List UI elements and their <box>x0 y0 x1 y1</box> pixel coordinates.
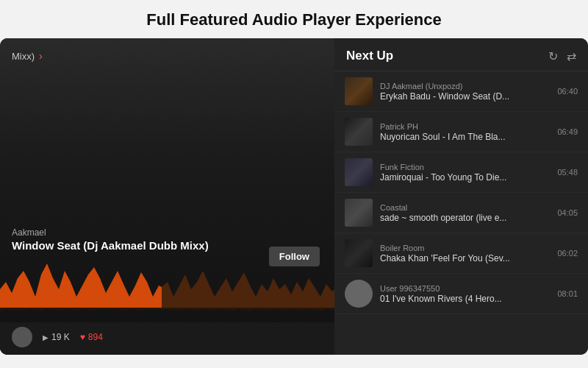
queue-item-artist: Funk Fiction <box>380 163 550 171</box>
queue-item-duration: 06:40 <box>557 87 578 96</box>
queue-item[interactable]: Boiler Room Chaka Khan 'Feel For You (Se… <box>334 233 588 274</box>
queue-item-artist: Patrick PH <box>380 122 550 131</box>
queue-item-info: DJ Aakmael (Unxpozd) Erykah Badu - Windo… <box>380 82 550 102</box>
queue-thumb <box>345 77 373 105</box>
queue-thumb <box>345 158 373 186</box>
queue-item-duration: 04:05 <box>557 208 578 217</box>
queue-item[interactable]: Funk Fiction Jamiroquai - Too Young To D… <box>334 152 588 193</box>
queue-thumb <box>345 239 373 267</box>
queue-item-track: Chaka Khan 'Feel For You (Sev... <box>380 253 550 263</box>
queue-item[interactable]: User 996347550 01 I've Known Rivers (4 H… <box>334 274 588 314</box>
heart-icon: ♥ <box>80 332 85 342</box>
queue-item-info: Funk Fiction Jamiroquai - Too Young To D… <box>380 163 550 183</box>
queue-item-track: Nuyorican Soul - I Am The Bla... <box>380 132 550 142</box>
like-count-value: 894 <box>88 332 103 342</box>
header-icons: ↻ ⇄ <box>548 49 576 63</box>
queue-item-artist: Boiler Room <box>380 244 550 252</box>
queue-item-track: Jamiroquai - Too Young To Die... <box>380 172 550 183</box>
chevron-icon: › <box>39 50 43 62</box>
waveform-area[interactable] <box>0 256 334 322</box>
queue-item-duration: 06:49 <box>557 127 578 136</box>
queue-item[interactable]: Patrick PH Nuyorican Soul - I Am The Bla… <box>334 112 588 152</box>
repeat-icon[interactable]: ↻ <box>548 49 558 63</box>
queue-list[interactable]: DJ Aakmael (Unxpozd) Erykah Badu - Windo… <box>334 71 588 355</box>
like-count: ♥ 894 <box>80 332 103 342</box>
player-left: Mixx) › Follow Aakmael Window Seat (Dj A… <box>0 38 334 355</box>
queue-item-duration: 08:01 <box>557 289 578 298</box>
next-up-header: Next Up ↻ ⇄ <box>334 38 588 71</box>
track-artist: Aakmael <box>12 227 323 238</box>
track-label: Mixx) › <box>12 50 43 62</box>
queue-thumb <box>345 199 373 227</box>
queue-item-info: Patrick PH Nuyorican Soul - I Am The Bla… <box>380 122 550 142</box>
queue-item-track: 01 I've Known Rivers (4 Hero... <box>380 294 550 304</box>
queue-item-info: User 996347550 01 I've Known Rivers (4 H… <box>380 284 550 304</box>
track-label-text: Mixx) <box>12 51 35 62</box>
queue-item-duration: 05:48 <box>557 168 578 177</box>
queue-item-info: Boiler Room Chaka Khan 'Feel For You (Se… <box>380 244 550 263</box>
player-bottom-bar: ▶ 19 K ♥ 894 <box>0 322 334 355</box>
player-container: Mixx) › Follow Aakmael Window Seat (Dj A… <box>0 38 588 355</box>
queue-item[interactable]: DJ Aakmael (Unxpozd) Erykah Badu - Windo… <box>334 71 588 112</box>
queue-item[interactable]: Coastal sade ~ smooth operator (live e..… <box>334 193 588 233</box>
next-up-title: Next Up <box>346 49 393 63</box>
queue-item-track: sade ~ smooth operator (live e... <box>380 213 550 223</box>
queue-item-artist: DJ Aakmael (Unxpozd) <box>380 82 550 91</box>
queue-item-artist: User 996347550 <box>380 284 550 293</box>
queue-item-track: Erykah Badu - Window Seat (D... <box>380 91 550 102</box>
play-icon: ▶ <box>43 333 49 342</box>
queue-thumb <box>345 118 373 146</box>
queue-item-info: Coastal sade ~ smooth operator (live e..… <box>380 203 550 223</box>
page-title: Full Featured Audio Player Experience <box>0 0 588 38</box>
queue-item-artist: Coastal <box>380 203 550 212</box>
queue-thumb <box>345 280 373 308</box>
shuffle-icon[interactable]: ⇄ <box>567 49 576 63</box>
play-count: ▶ 19 K <box>43 332 70 342</box>
queue-item-duration: 06:02 <box>557 249 578 258</box>
player-right: Next Up ↻ ⇄ DJ Aakmael (Unxpozd) Erykah … <box>334 38 588 355</box>
avatar-small <box>12 327 32 347</box>
play-count-value: 19 K <box>51 332 70 342</box>
